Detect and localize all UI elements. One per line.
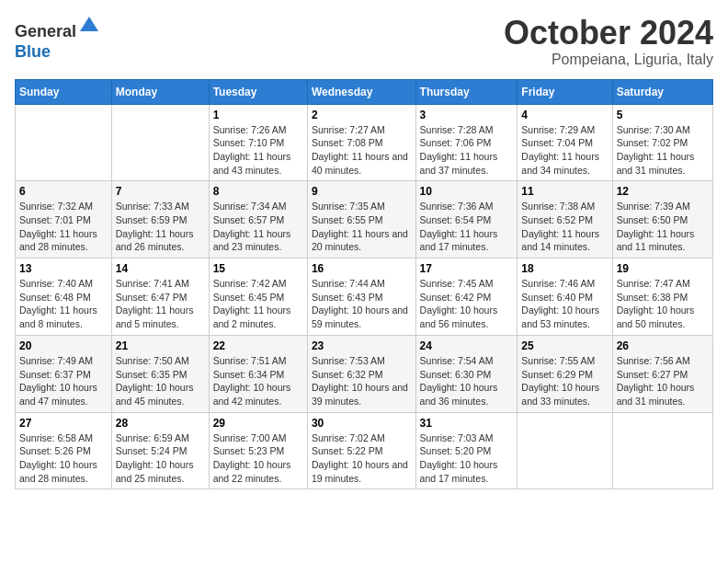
calendar-cell: [612, 412, 712, 489]
day-info: Sunrise: 7:50 AMSunset: 6:35 PMDaylight:…: [116, 354, 205, 408]
calendar-cell: 10Sunrise: 7:36 AMSunset: 6:54 PMDayligh…: [415, 181, 518, 259]
day-info: Sunrise: 7:36 AMSunset: 6:54 PMDaylight:…: [420, 200, 514, 254]
day-number: 22: [213, 339, 303, 352]
calendar-cell: 13Sunrise: 7:40 AMSunset: 6:48 PMDayligh…: [16, 259, 112, 336]
day-number: 11: [521, 185, 608, 198]
day-info: Sunrise: 7:03 AMSunset: 5:20 PMDaylight:…: [420, 431, 514, 486]
day-info: Sunrise: 7:30 AMSunset: 7:02 PMDaylight:…: [617, 123, 709, 178]
day-number: 24: [420, 339, 514, 352]
day-number: 28: [116, 417, 205, 430]
day-number: 18: [521, 262, 608, 275]
day-info: Sunrise: 7:39 AMSunset: 6:50 PMDaylight:…: [617, 200, 709, 254]
calendar-week-5: 27Sunrise: 6:58 AMSunset: 5:26 PMDayligh…: [16, 412, 713, 489]
header-sunday: Sunday: [16, 79, 112, 104]
calendar-cell: 2Sunrise: 7:27 AMSunset: 7:08 PMDaylight…: [307, 104, 415, 181]
calendar-cell: 29Sunrise: 7:00 AMSunset: 5:23 PMDayligh…: [209, 412, 307, 489]
day-number: 16: [312, 262, 412, 275]
calendar-cell: 21Sunrise: 7:50 AMSunset: 6:35 PMDayligh…: [111, 335, 209, 412]
day-number: 30: [312, 417, 412, 430]
day-info: Sunrise: 6:59 AMSunset: 5:24 PMDaylight:…: [116, 431, 205, 486]
day-info: Sunrise: 7:27 AMSunset: 7:08 PMDaylight:…: [312, 123, 412, 178]
calendar-cell: 18Sunrise: 7:46 AMSunset: 6:40 PMDayligh…: [518, 259, 612, 336]
day-info: Sunrise: 7:33 AMSunset: 6:59 PMDaylight:…: [116, 200, 205, 254]
day-number: 12: [617, 185, 709, 198]
header-friday: Friday: [518, 79, 612, 104]
day-info: Sunrise: 7:53 AMSunset: 6:32 PMDaylight:…: [312, 354, 412, 408]
calendar-cell: 24Sunrise: 7:54 AMSunset: 6:30 PMDayligh…: [415, 335, 518, 412]
calendar-cell: 6Sunrise: 7:32 AMSunset: 7:01 PMDaylight…: [16, 181, 112, 259]
day-number: 9: [312, 185, 412, 198]
calendar-cell: 9Sunrise: 7:35 AMSunset: 6:55 PMDaylight…: [307, 181, 415, 259]
day-number: 26: [617, 339, 709, 352]
day-number: 3: [420, 109, 514, 121]
calendar-cell: 8Sunrise: 7:34 AMSunset: 6:57 PMDaylight…: [209, 181, 307, 259]
day-number: 1: [213, 109, 303, 121]
day-info: Sunrise: 7:26 AMSunset: 7:10 PMDaylight:…: [213, 123, 303, 178]
header-saturday: Saturday: [612, 79, 712, 104]
page-header: General Blue October 2024 Pompeiana, Lig…: [15, 15, 713, 68]
calendar-cell: 14Sunrise: 7:41 AMSunset: 6:47 PMDayligh…: [111, 259, 209, 336]
logo-blue-text: Blue: [15, 42, 51, 61]
day-info: Sunrise: 7:42 AMSunset: 6:45 PMDaylight:…: [213, 277, 303, 331]
day-info: Sunrise: 7:38 AMSunset: 6:52 PMDaylight:…: [521, 200, 608, 254]
day-number: 29: [213, 417, 303, 430]
logo-general-text: General: [15, 22, 76, 40]
day-number: 27: [19, 417, 108, 430]
calendar-cell: 17Sunrise: 7:45 AMSunset: 6:42 PMDayligh…: [415, 259, 518, 336]
day-number: 8: [213, 185, 303, 198]
calendar-table: SundayMondayTuesdayWednesdayThursdayFrid…: [15, 79, 713, 490]
header-thursday: Thursday: [415, 79, 518, 104]
day-info: Sunrise: 7:56 AMSunset: 6:27 PMDaylight:…: [617, 354, 709, 408]
calendar-cell: 5Sunrise: 7:30 AMSunset: 7:02 PMDaylight…: [612, 104, 712, 181]
location-title: Pompeiana, Liguria, Italy: [504, 52, 713, 68]
calendar-cell: 12Sunrise: 7:39 AMSunset: 6:50 PMDayligh…: [612, 181, 712, 259]
day-number: 25: [521, 339, 608, 352]
day-info: Sunrise: 7:28 AMSunset: 7:06 PMDaylight:…: [420, 123, 514, 178]
calendar-cell: 31Sunrise: 7:03 AMSunset: 5:20 PMDayligh…: [415, 412, 518, 489]
day-info: Sunrise: 7:44 AMSunset: 6:43 PMDaylight:…: [312, 277, 412, 331]
calendar-cell: 11Sunrise: 7:38 AMSunset: 6:52 PMDayligh…: [518, 181, 612, 259]
day-number: 4: [521, 109, 608, 121]
day-number: 15: [213, 262, 303, 275]
calendar-cell: [518, 412, 612, 489]
calendar-cell: 16Sunrise: 7:44 AMSunset: 6:43 PMDayligh…: [307, 259, 415, 336]
day-number: 6: [19, 185, 108, 198]
day-number: 2: [312, 109, 412, 121]
calendar-cell: 3Sunrise: 7:28 AMSunset: 7:06 PMDaylight…: [415, 104, 518, 181]
calendar-cell: 26Sunrise: 7:56 AMSunset: 6:27 PMDayligh…: [612, 335, 712, 412]
calendar-header-row: SundayMondayTuesdayWednesdayThursdayFrid…: [16, 79, 713, 104]
month-title: October 2024: [504, 15, 713, 52]
logo-icon: [78, 15, 100, 37]
svg-marker-0: [80, 17, 98, 31]
day-info: Sunrise: 7:00 AMSunset: 5:23 PMDaylight:…: [213, 431, 303, 486]
header-monday: Monday: [111, 79, 209, 104]
day-info: Sunrise: 7:35 AMSunset: 6:55 PMDaylight:…: [312, 200, 412, 254]
day-info: Sunrise: 7:49 AMSunset: 6:37 PMDaylight:…: [19, 354, 108, 408]
day-number: 5: [617, 109, 709, 121]
day-number: 21: [116, 339, 205, 352]
calendar-week-4: 20Sunrise: 7:49 AMSunset: 6:37 PMDayligh…: [16, 335, 713, 412]
day-number: 10: [420, 185, 514, 198]
calendar-cell: 28Sunrise: 6:59 AMSunset: 5:24 PMDayligh…: [111, 412, 209, 489]
logo: General Blue: [15, 15, 100, 62]
calendar-cell: 30Sunrise: 7:02 AMSunset: 5:22 PMDayligh…: [307, 412, 415, 489]
calendar-cell: 20Sunrise: 7:49 AMSunset: 6:37 PMDayligh…: [16, 335, 112, 412]
day-info: Sunrise: 7:55 AMSunset: 6:29 PMDaylight:…: [521, 354, 608, 408]
day-info: Sunrise: 6:58 AMSunset: 5:26 PMDaylight:…: [19, 431, 108, 486]
calendar-cell: 22Sunrise: 7:51 AMSunset: 6:34 PMDayligh…: [209, 335, 307, 412]
calendar-cell: 7Sunrise: 7:33 AMSunset: 6:59 PMDaylight…: [111, 181, 209, 259]
calendar-week-3: 13Sunrise: 7:40 AMSunset: 6:48 PMDayligh…: [16, 259, 713, 336]
calendar-cell: 19Sunrise: 7:47 AMSunset: 6:38 PMDayligh…: [612, 259, 712, 336]
day-number: 23: [312, 339, 412, 352]
calendar-cell: 1Sunrise: 7:26 AMSunset: 7:10 PMDaylight…: [209, 104, 307, 181]
day-info: Sunrise: 7:32 AMSunset: 7:01 PMDaylight:…: [19, 200, 108, 254]
calendar-cell: [16, 104, 112, 181]
day-info: Sunrise: 7:51 AMSunset: 6:34 PMDaylight:…: [213, 354, 303, 408]
day-number: 19: [617, 262, 709, 275]
calendar-cell: 4Sunrise: 7:29 AMSunset: 7:04 PMDaylight…: [518, 104, 612, 181]
calendar-cell: [111, 104, 209, 181]
calendar-cell: 15Sunrise: 7:42 AMSunset: 6:45 PMDayligh…: [209, 259, 307, 336]
day-number: 7: [116, 185, 205, 198]
calendar-week-2: 6Sunrise: 7:32 AMSunset: 7:01 PMDaylight…: [16, 181, 713, 259]
day-info: Sunrise: 7:45 AMSunset: 6:42 PMDaylight:…: [420, 277, 514, 331]
